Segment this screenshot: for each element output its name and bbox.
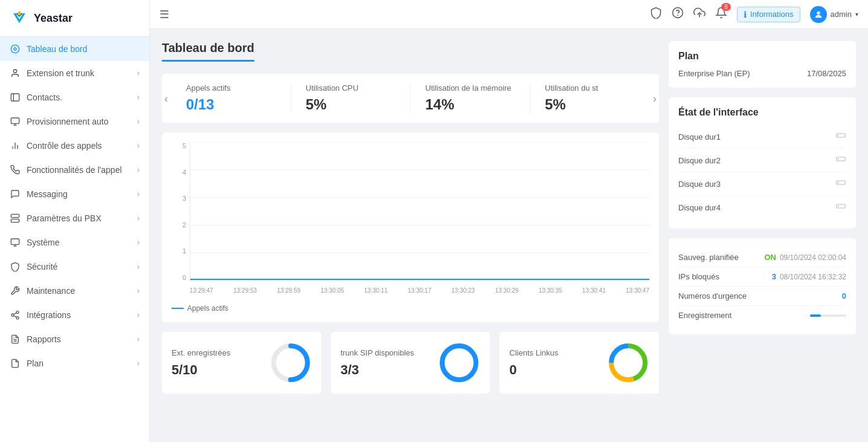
chart-x-label: 13:30:17	[408, 287, 431, 294]
stats-items: Appels actifs 0/13 Utilisation CPU 5% Ut…	[162, 83, 659, 113]
status-bar-3	[810, 314, 846, 317]
shield-icon[interactable]	[650, 7, 662, 22]
sidebar-label-provisionnement: Provisionnement auto	[27, 117, 108, 126]
sidebar-item-maintenance[interactable]: Maintenance ›	[0, 279, 149, 303]
hdd-icon-0	[835, 130, 846, 143]
svg-rect-0	[10, 8, 29, 28]
sidebar-label-integrations: Intégrations	[27, 310, 71, 320]
sidebar-icon-plan	[10, 358, 21, 369]
chart-svg	[190, 142, 649, 281]
interface-items: Disque dur1 Disque dur2 Disque dur3 Disq…	[678, 125, 846, 219]
interface-name-1: Disque dur2	[678, 156, 721, 165]
menu-icon[interactable]: ☰	[159, 8, 169, 21]
status-card: Sauveg. planifiéeON09/10/2024 02:00:04IP…	[669, 238, 856, 334]
sidebar-label-maintenance: Maintenance	[27, 286, 75, 296]
chart-x-label: 13:30:35	[539, 287, 562, 294]
hdd-icon-2	[835, 177, 846, 190]
chart-y-label: 2	[182, 221, 186, 229]
sidebar-item-securite[interactable]: Sécurité ›	[0, 255, 149, 279]
admin-menu[interactable]: admin ▾	[810, 6, 858, 23]
chart-x-label: 13:30:41	[582, 287, 606, 294]
content-right: Plan Enterprise Plan (EP) 17/08/2025 Éta…	[669, 41, 856, 430]
upload-icon[interactable]	[693, 7, 706, 22]
chart-y-label: 3	[182, 195, 186, 202]
content-area: Tableau de bord ‹ Appels actifs 0/13 Uti…	[150, 29, 868, 442]
help-icon[interactable]	[672, 7, 684, 22]
chevron-icon-contacts: ›	[137, 93, 140, 102]
sidebar-label-messaging: Messaging	[27, 189, 68, 199]
interface-row-2: Disque dur3	[678, 172, 846, 196]
interface-title: État de l'interface	[678, 107, 846, 118]
sidebar-icon-tableau-de-bord	[10, 44, 21, 54]
sidebar-item-controle-appels[interactable]: Contrôle des appels ›	[0, 134, 149, 158]
stat-item-2: Utilisation de la mémoire 14%	[411, 83, 530, 113]
sidebar-item-extension-trunk[interactable]: Extension et trunk ›	[0, 61, 149, 85]
widget-donut-0	[269, 342, 312, 384]
sidebar-item-parametres-pbx[interactable]: Paramètres du PBX ›	[0, 206, 149, 230]
sidebar-icon-extension-trunk	[10, 68, 21, 79]
widget-value-0: 5/10	[172, 362, 231, 378]
chart-y-label: 5	[182, 142, 186, 149]
sidebar-item-plan[interactable]: Plan ›	[0, 351, 149, 375]
chart-y-label: 1	[182, 247, 186, 255]
widget-card-2: Clients Linkus 0	[500, 332, 659, 394]
plan-date: 17/08/2025	[807, 69, 846, 78]
sidebar-label-extension-trunk: Extension et trunk	[27, 68, 94, 78]
stat-item-1: Utilisation CPU 5%	[291, 83, 411, 113]
info-button[interactable]: ℹ Informations	[737, 7, 800, 22]
chevron-icon-plan: ›	[137, 359, 140, 368]
notification-icon[interactable]: 8	[715, 7, 727, 22]
widget-label-0: Ext. enregistrées	[172, 348, 231, 357]
sidebar-item-integrations[interactable]: Intégrations ›	[0, 303, 149, 327]
sidebar-item-systeme[interactable]: Système ›	[0, 230, 149, 255]
widget-value-2: 0	[509, 362, 558, 378]
interface-card: État de l'interface Disque dur1 Disque d…	[669, 97, 856, 229]
chart-x-axis: 13:29:4713:29:5313:29:5913:30:0513:30:11…	[190, 281, 649, 299]
stat-value-0: 0/13	[186, 96, 276, 113]
hdd-icon-3	[835, 201, 846, 214]
chart-x-label: 13:30:47	[626, 287, 649, 294]
chevron-icon-controle-appels: ›	[137, 141, 140, 150]
stat-value-1: 5%	[306, 96, 396, 113]
sidebar-item-tableau-de-bord[interactable]: Tableau de bord	[0, 37, 149, 61]
chart-y-label: 4	[182, 169, 186, 176]
bottom-widgets: Ext. enregistrées 5/10 trunk SIP disponi…	[162, 332, 659, 394]
stats-next-arrow[interactable]: ›	[653, 92, 657, 105]
sidebar-nav: Tableau de bord Extension et trunk › Con…	[0, 37, 149, 375]
sidebar-item-contacts[interactable]: Contacts. ›	[0, 85, 149, 109]
sidebar-item-provisionnement[interactable]: Provisionnement auto ›	[0, 109, 149, 134]
plan-title: Plan	[678, 51, 846, 62]
sidebar-icon-maintenance	[10, 285, 21, 296]
stat-item-3: Utilisation du st 5%	[530, 83, 649, 113]
sidebar-icon-parametres-pbx	[10, 213, 21, 224]
stats-prev-arrow[interactable]: ‹	[164, 92, 168, 105]
chevron-icon-integrations: ›	[137, 311, 140, 319]
sidebar-icon-fonctionnalites	[10, 164, 21, 175]
widget-card-0: Ext. enregistrées 5/10	[162, 332, 321, 394]
chevron-icon-rapports: ›	[137, 335, 140, 343]
interface-name-0: Disque dur1	[678, 132, 721, 141]
chart-x-label: 13:29:59	[277, 287, 300, 294]
admin-chevron-icon: ▾	[855, 11, 858, 18]
sidebar-icon-controle-appels	[10, 140, 21, 151]
chart-legend: Appels actifs	[172, 304, 649, 313]
svg-rect-15	[11, 214, 19, 217]
svg-rect-9	[11, 118, 19, 123]
status-items: Sauveg. planifiéeON09/10/2024 02:00:04IP…	[678, 248, 846, 325]
sidebar-label-securite: Sécurité	[27, 262, 57, 271]
sidebar-item-messaging[interactable]: Messaging ›	[0, 182, 149, 206]
widget-label-1: trunk SIP disponibles	[341, 348, 414, 357]
sidebar-item-rapports[interactable]: Rapports ›	[0, 327, 149, 351]
info-icon: ℹ	[744, 10, 747, 19]
status-num-1: 3	[772, 272, 776, 281]
widget-donut-1	[438, 342, 480, 384]
status-date-0: 09/10/2024 02:00:04	[780, 253, 846, 262]
sidebar-icon-provisionnement	[10, 116, 21, 127]
chart-x-label: 13:30:05	[321, 287, 344, 294]
interface-row-1: Disque dur2	[678, 149, 846, 172]
status-label-0: Sauveg. planifiée	[678, 253, 739, 262]
chart-x-label: 13:30:23	[451, 287, 475, 294]
status-zero-2: 0	[842, 291, 846, 301]
svg-rect-19	[11, 239, 19, 244]
sidebar-item-fonctionnalites[interactable]: Fonctionnalités de l'appel ›	[0, 158, 149, 182]
